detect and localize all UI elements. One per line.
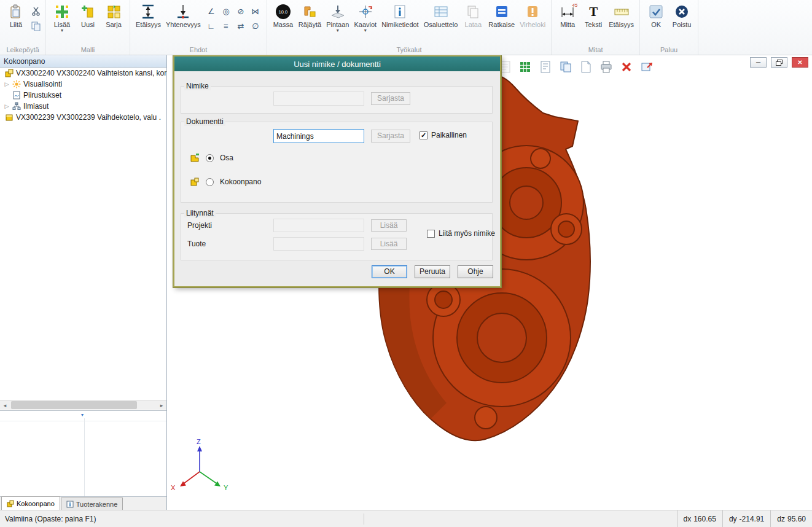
angle-constraint-icon[interactable]: ∠ [205,4,218,18]
document-icon[interactable] [538,60,553,74]
nimike-input[interactable] [273,92,364,106]
add-button[interactable]: Lisää ▾ [49,2,75,34]
tree-item-label: Visualisointi [23,80,62,88]
projekti-input[interactable] [273,219,364,232]
new-item-dialog: Uusi nimike / dokumentti Nimike Sarjasta… [173,55,501,287]
sort-indicator-icon[interactable]: ▾ [81,412,84,418]
scrollbar-thumb[interactable] [11,401,137,409]
projekti-lisaa-button[interactable]: Lisää [371,219,407,232]
dokumentti-input[interactable] [273,129,364,143]
part-icon [5,113,14,122]
expand-arrow-icon[interactable]: ▷ [4,103,10,109]
spreadsheet-export-icon[interactable] [518,60,533,74]
distance-measure-button[interactable]: Etäisyys [606,2,636,29]
tab-tuoterakenne[interactable]: Tuoterakenne [61,498,123,510]
close-button[interactable]: ✕ [792,57,808,68]
diagrams-caret[interactable]: ▾ [364,29,367,33]
viewport[interactable]: Z X Y [167,55,812,510]
item-data-icon [392,3,408,20]
distance-constraint-button[interactable]: Etäisyys [133,2,163,29]
tab-label: Kokoonpano [17,500,55,507]
perpendicular-constraint-icon[interactable]: ∟ [205,19,218,33]
solve-label: Ratkaise [488,21,515,28]
secondary-list-panel[interactable]: ▾ [0,410,166,496]
ribbon-filler [698,0,812,55]
dokumentti-group-label: Dokumentti [184,117,225,126]
dialog-title: Uusi nimike / dokumentti [294,60,381,69]
series-button[interactable]: Sarja [101,2,127,29]
new-button[interactable]: Uusi [75,2,101,29]
add-dropdown-caret[interactable]: ▾ [61,29,63,33]
tree-item-piirustukset[interactable]: Piirustukset [0,90,166,101]
expand-arrow-icon[interactable]: ▷ [4,81,10,87]
delete-icon[interactable] [619,60,634,74]
dialog-title-bar[interactable]: Uusi nimike / dokumentti [174,57,500,71]
dialog-ok-button[interactable]: OK [372,265,407,278]
scroll-right-icon[interactable]: ▸ [157,400,166,410]
tangent-constraint-icon[interactable]: ⊘ [234,4,248,18]
swap-constraint-icon[interactable]: ⇄ [234,19,248,33]
kokoonpano-radio[interactable] [206,178,214,186]
error-log-button[interactable]: Virheloki [517,2,548,29]
copy-pages-icon[interactable] [558,60,573,74]
new-icon [80,3,96,20]
tuote-lisaa-button[interactable]: Lisää [371,238,407,250]
concentric-constraint-icon[interactable]: ◎ [219,4,233,18]
osa-radio[interactable] [206,154,214,162]
solve-button[interactable]: Ratkaise [486,2,517,29]
item-data-button[interactable]: Nimiketiedot [379,2,421,29]
to-surface-caret[interactable]: ▾ [337,29,339,33]
parallel-constraint-icon[interactable]: ≡ [219,19,233,33]
tree-item-ilmiasut[interactable]: ▷ Ilmiasut [0,101,166,112]
tuote-input[interactable] [273,237,364,251]
mass-button[interactable]: 10.0 Massa [270,2,296,29]
cross-constraint-icon[interactable]: ⋈ [249,4,262,18]
parts-list-button[interactable]: Osaluettelo [421,2,461,29]
column-divider[interactable] [84,418,85,496]
restore-button[interactable] [771,57,787,68]
status-separator [364,513,364,525]
tree-item-root-assembly[interactable]: VX3002240 VX3002240 Vaihteiston kansi, k… [0,68,166,79]
ok-ribbon-button[interactable]: OK [643,2,669,29]
copy-icon[interactable] [30,20,41,31]
printer-icon[interactable] [599,60,614,74]
coincidence-button[interactable]: Yhtenevyys [163,2,203,29]
tree-item-visualisointi[interactable]: ▷ Visualisointi [0,79,166,90]
exit-button[interactable]: Poistu [669,2,695,29]
tree-horizontal-scrollbar[interactable]: ◂ ▸ [0,400,166,410]
dialog-cancel-button[interactable]: Peruuta [415,265,450,278]
explode-button[interactable]: Räjäytä [296,2,324,29]
paikallinen-checkbox[interactable] [420,131,427,139]
paikallinen-label: Paikallinen [431,131,467,139]
to-surface-button[interactable]: Pintaan ▾ [324,2,351,34]
measure-button[interactable]: 45 Mitta [555,2,580,29]
dokumentti-sarjasta-button[interactable]: Sarjasta [371,130,410,142]
constraint-icon-grid: ∠ ◎ ⊘ ⋈ ∟ ≡ ⇄ ∅ [203,2,264,35]
diameter-constraint-icon[interactable]: ∅ [249,19,262,33]
tree-item-part[interactable]: VX3002239 VX3002239 Vaihdekotelo, valu . [0,112,166,123]
tab-kokoonpano[interactable]: Kokoonpano [1,496,60,510]
paste-button[interactable]: Liitä [3,2,29,29]
ribbon-group-malli: Lisää ▾ Uusi Sarja Malli [46,0,130,55]
diagrams-button[interactable]: Kaaviot ▾ [351,2,379,34]
cut-icon[interactable] [30,6,41,17]
tree-item-label: VX3002240 VX3002240 Vaihteiston kansi, k… [16,69,166,77]
nimike-sarjasta-button[interactable]: Sarjasta [371,92,410,105]
scrollbar-track[interactable] [10,400,157,410]
status-bar: Valmiina (Opaste: paina F1) dx 160.65 dy… [0,510,812,527]
status-dy-field: dy -214.91 [722,510,770,527]
load-button[interactable]: Lataa [460,2,486,29]
dialog-help-button[interactable]: Ohje [458,265,493,278]
text-label: Teksti [585,21,602,28]
liita-myos-checkbox[interactable] [427,230,435,238]
export-window-icon[interactable] [639,60,654,74]
text-button[interactable]: T Teksti [580,2,606,29]
scroll-left-icon[interactable]: ◂ [0,400,10,410]
liita-myos-label: Liitä myös nimike [439,229,495,238]
minimize-button[interactable]: ─ [750,57,767,68]
distance-measure-label: Etäisyys [609,21,634,28]
tree-panel-header: Kokoonpano [0,55,166,68]
mass-label: Massa [273,21,293,28]
page-fold-icon[interactable] [579,60,593,74]
load-icon [465,3,481,20]
